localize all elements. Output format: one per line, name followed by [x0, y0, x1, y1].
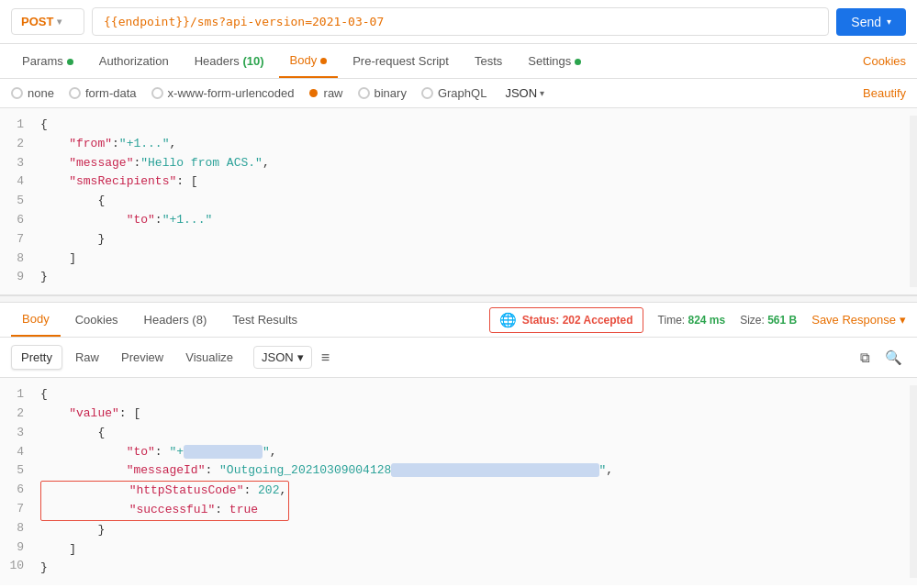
json-type-label: JSON [505, 86, 537, 100]
settings-dot [575, 59, 581, 65]
request-tabs: Params Authorization Headers (10) Body P… [0, 44, 917, 79]
response-code-content[interactable]: { "value": [ { "to": "+1[REDACTED]", "me… [33, 385, 910, 578]
response-format-row: Pretty Raw Preview Visualize JSON ▾ ≡ ⧉ … [0, 338, 917, 378]
resp-tab-cookies[interactable]: Cookies [64, 304, 129, 336]
filter-button[interactable]: ≡ [316, 346, 335, 370]
json-type-dropdown[interactable]: JSON ▾ [505, 86, 544, 100]
body-type-row: none form-data x-www-form-urlencoded raw… [0, 79, 917, 108]
radio-none-circle [11, 87, 23, 99]
resp-tab-test-results[interactable]: Test Results [221, 304, 308, 336]
url-input[interactable] [92, 7, 829, 36]
tab-authorization[interactable]: Authorization [88, 45, 180, 77]
params-dot [67, 59, 73, 65]
fmt-pretty-button[interactable]: Pretty [11, 345, 62, 370]
tab-pre-request-script[interactable]: Pre-request Script [341, 45, 460, 77]
fmt-visualize-button[interactable]: Visualize [176, 346, 242, 369]
response-line-numbers: 12345 678910 [0, 385, 33, 578]
radio-form-data[interactable]: form-data [69, 86, 137, 100]
tab-tests[interactable]: Tests [464, 45, 513, 77]
json-type-chevron-icon: ▾ [540, 88, 544, 98]
copy-button[interactable]: ⧉ [856, 346, 874, 370]
request-editor: 12345 6789 { "from":"+1...", "message":"… [0, 108, 917, 295]
top-bar: POST ▾ Send ▾ [0, 0, 917, 44]
tab-headers[interactable]: Headers (10) [184, 45, 275, 77]
body-dot [320, 58, 327, 64]
tab-settings[interactable]: Settings [517, 45, 592, 77]
response-json-chevron-icon: ▾ [297, 350, 304, 364]
response-time: Time: 824 ms [658, 314, 726, 327]
radio-binary[interactable]: binary [358, 86, 407, 100]
tab-body[interactable]: Body [279, 44, 339, 78]
radio-graphql-circle [421, 87, 433, 99]
response-header: Body Cookies Headers (8) Test Results 🌐 … [0, 303, 917, 338]
tab-cookies[interactable]: Cookies [863, 45, 906, 77]
request-line-numbers: 12345 6789 [0, 116, 33, 287]
response-editor: 12345 678910 { "value": [ { "to": "+1[RE… [0, 378, 917, 585]
globe-icon: 🌐 [499, 312, 517, 328]
resp-tab-body[interactable]: Body [11, 303, 61, 337]
radio-form-data-circle [69, 87, 81, 99]
raw-dot-icon [309, 89, 318, 97]
response-size: Size: 561 B [740, 314, 797, 327]
radio-graphql[interactable]: GraphQL [421, 86, 486, 100]
method-chevron-icon: ▾ [57, 17, 62, 27]
send-label: Send [851, 15, 881, 29]
radio-none[interactable]: none [11, 86, 54, 100]
search-button[interactable]: 🔍 [881, 346, 906, 370]
radio-binary-circle [358, 87, 370, 99]
radio-raw[interactable]: raw [309, 86, 343, 100]
save-response-button[interactable]: Save Response ▾ [811, 313, 906, 327]
response-scrollbar[interactable] [910, 385, 917, 578]
tab-params[interactable]: Params [11, 45, 84, 77]
save-response-chevron-icon: ▾ [900, 313, 906, 327]
response-status-area: 🌐 Status: 202 Accepted Time: 824 ms Size… [489, 307, 906, 333]
fmt-raw-button[interactable]: Raw [66, 346, 108, 369]
send-button[interactable]: Send ▾ [836, 8, 906, 36]
beautify-button[interactable]: Beautify [863, 86, 906, 100]
right-icons: ⧉ 🔍 [856, 346, 906, 370]
radio-urlencoded[interactable]: x-www-form-urlencoded [151, 86, 295, 100]
resp-tab-headers[interactable]: Headers (8) [133, 304, 218, 336]
send-chevron-icon: ▾ [887, 17, 891, 27]
response-json-dropdown[interactable]: JSON ▾ [253, 346, 312, 369]
request-scrollbar[interactable] [910, 116, 917, 287]
status-text: Status: 202 Accepted [522, 314, 633, 327]
radio-urlencoded-circle [151, 87, 163, 99]
section-divider [0, 295, 917, 303]
method-label: POST [21, 15, 53, 28]
request-code-content[interactable]: { "from":"+1...", "message":"Hello from … [33, 116, 910, 287]
status-badge: 🌐 Status: 202 Accepted [489, 307, 643, 333]
response-json-label: JSON [262, 350, 294, 364]
fmt-preview-button[interactable]: Preview [112, 346, 173, 369]
method-select[interactable]: POST ▾ [11, 8, 84, 35]
